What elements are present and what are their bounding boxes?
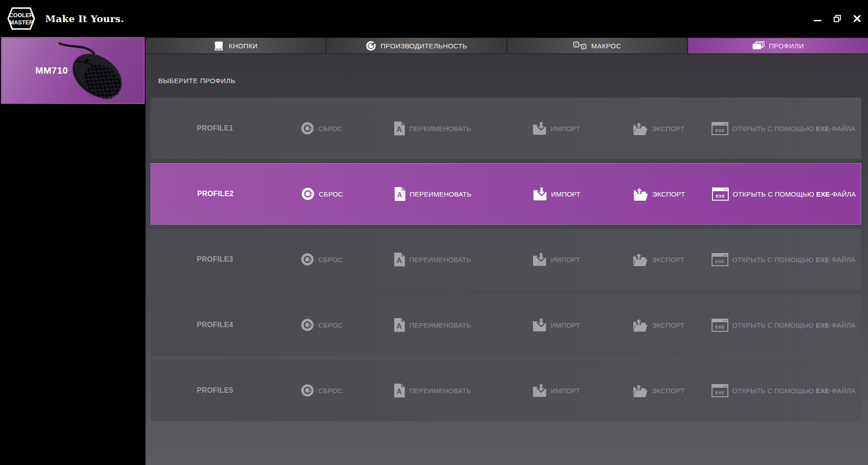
reset-icon [301, 187, 315, 201]
tab-label: ПРОИЗВОДИТЕЛЬНОСТЬ [381, 42, 467, 50]
profile-name: PROFILE1 [197, 124, 233, 132]
open-with-exe-label: ОТКРЫТЬ С ПОМОЩЬЮ EXE-ФАЙЛА [732, 321, 855, 329]
reset-icon [301, 318, 314, 332]
rename-icon: A [394, 122, 405, 136]
profile-name: PROFILE5 [197, 386, 233, 395]
tab-buttons[interactable]: КНОПКИ [146, 38, 326, 53]
sidebar: MM710 [0, 37, 146, 465]
import-icon [533, 122, 547, 135]
open-with-exe-label: ОТКРЫТЬ С ПОМОЩЬЮ EXE-ФАЙЛА [732, 256, 855, 263]
export-button[interactable]: ЭКСПОРТ [612, 294, 706, 356]
open-with-exe-button[interactable]: EXE ОТКРЫТЬ С ПОМОЩЬЮ EXE-ФАЙЛА [706, 164, 862, 224]
import-button[interactable]: ИМПОРТ [501, 229, 612, 290]
profiles-stack-icon [752, 41, 764, 50]
minimize-icon [814, 20, 821, 21]
profile-row[interactable]: PROFILE2 СБРОС [151, 163, 861, 225]
reset-icon [301, 384, 314, 397]
reset-button[interactable]: СБРОС [279, 360, 364, 421]
profile-name-cell: PROFILE4 [151, 294, 279, 356]
profile-row[interactable]: PROFILE3 СБРОС [151, 229, 861, 290]
main-area: КНОПКИ [146, 37, 868, 465]
rename-icon: A [394, 384, 405, 398]
export-icon [633, 253, 648, 267]
reset-button[interactable]: СБРОС [279, 294, 364, 356]
open-with-exe-label: ОТКРЫТЬ С ПОМОЩЬЮ EXE-ФАЙЛА [733, 190, 856, 198]
macro-keys-icon [573, 42, 587, 50]
mouse-buttons-icon [213, 41, 224, 51]
import-label: ИМПОРТ [551, 125, 580, 132]
tab-macro[interactable]: МАКРОС [507, 38, 688, 53]
reset-label: СБРОС [318, 321, 343, 329]
profile-row[interactable]: PROFILE1 СБРОС [151, 98, 861, 159]
import-label: ИМПОРТ [551, 256, 580, 263]
rename-button[interactable]: A ПЕРЕИМЕНОВАТЬ [364, 98, 501, 159]
svg-text:EXE: EXE [716, 193, 725, 198]
export-button[interactable]: ЭКСПОРТ [612, 164, 706, 224]
export-button[interactable]: ЭКСПОРТ [612, 98, 706, 159]
rename-button[interactable]: A ПЕРЕИМЕНОВАТЬ [364, 360, 501, 421]
import-label: ИМПОРТ [551, 387, 580, 395]
close-icon [854, 15, 861, 22]
profile-row[interactable]: PROFILE4 СБРОС [151, 294, 861, 356]
rename-label: ПЕРЕИМЕНОВАТЬ [409, 387, 471, 395]
logo-text-bottom: MASTER [9, 19, 33, 26]
open-with-exe-button[interactable]: EXE ОТКРЫТЬ С ПОМОЩЬЮ EXE-ФАЙЛА [706, 229, 861, 290]
device-card-mm710[interactable]: MM710 [1, 37, 145, 104]
open-with-exe-label: ОТКРЫТЬ С ПОМОЩЬЮ EXE-ФАЙЛА [732, 387, 855, 395]
profile-name-cell: PROFILE2 [151, 164, 280, 224]
export-label: ЭКСПОРТ [652, 256, 685, 263]
rename-label: ПЕРЕИМЕНОВАТЬ [409, 256, 471, 263]
svg-text:EXE: EXE [715, 258, 725, 263]
reset-button[interactable]: СБРОС [279, 229, 364, 290]
reset-icon [301, 253, 314, 266]
logo-text-top: COOLER [9, 12, 33, 19]
profile-name: PROFILE3 [197, 255, 233, 263]
svg-text:EXE: EXE [715, 127, 725, 132]
mouse-image [50, 40, 140, 104]
minimize-button[interactable] [813, 14, 822, 23]
close-button[interactable] [853, 14, 862, 23]
svg-text:EXE: EXE [715, 324, 725, 329]
export-button[interactable]: ЭКСПОРТ [612, 229, 706, 290]
import-button[interactable]: ИМПОРТ [501, 98, 612, 159]
reset-button[interactable]: СБРОС [280, 164, 364, 224]
import-icon [533, 318, 547, 332]
reset-label: СБРОС [318, 387, 343, 395]
restore-icon [834, 15, 841, 22]
import-button[interactable]: ИМПОРТ [501, 164, 612, 224]
import-icon [533, 384, 547, 397]
import-button[interactable]: ИМПОРТ [501, 360, 612, 421]
rename-icon: A [394, 318, 405, 332]
rename-button[interactable]: A ПЕРЕИМЕНОВАТЬ [364, 164, 501, 224]
rename-button[interactable]: A ПЕРЕИМЕНОВАТЬ [364, 294, 501, 356]
export-label: ЭКСПОРТ [652, 125, 685, 132]
tab-label: МАКРОС [591, 42, 621, 50]
open-with-exe-button[interactable]: EXE ОТКРЫТЬ С ПОМОЩЬЮ EXE-ФАЙЛА [706, 360, 861, 421]
tab-profiles[interactable]: ПРОФИЛИ [688, 38, 868, 53]
profile-name-cell: PROFILE5 [151, 360, 279, 421]
reset-icon [301, 122, 314, 135]
import-icon [533, 187, 547, 201]
reset-button[interactable]: СБРОС [279, 98, 364, 159]
tab-performance[interactable]: ПРОИЗВОДИТЕЛЬНОСТЬ [326, 38, 507, 53]
titlebar: COOLER MASTER Make It Yours. [0, 0, 868, 37]
reset-label: СБРОС [318, 256, 343, 263]
restore-button[interactable] [833, 14, 842, 23]
export-icon [633, 122, 648, 136]
open-with-exe-button[interactable]: EXE ОТКРЫТЬ С ПОМОЩЬЮ EXE-ФАЙЛА [706, 294, 861, 356]
open-with-exe-button[interactable]: EXE ОТКРЫТЬ С ПОМОЩЬЮ EXE-ФАЙЛА [706, 98, 861, 159]
import-button[interactable]: ИМПОРТ [501, 294, 612, 356]
profile-row[interactable]: PROFILE5 СБРОС [151, 360, 861, 421]
page-heading: ВЫБЕРИТЕ ПРОФИЛЬ [158, 77, 868, 85]
reset-label: СБРОС [319, 190, 343, 198]
profile-name: PROFILE4 [197, 321, 233, 329]
gauge-icon [366, 41, 376, 51]
cooler-master-logo-icon: COOLER MASTER [6, 5, 36, 32]
export-button[interactable]: ЭКСПОРТ [612, 360, 706, 421]
window-controls [813, 0, 862, 37]
rename-button[interactable]: A ПЕРЕИМЕНОВАТЬ [364, 229, 501, 290]
profile-name-cell: PROFILE1 [151, 98, 279, 159]
brand-tagline: Make It Yours. [45, 13, 124, 24]
import-icon [533, 253, 547, 266]
reset-label: СБРОС [318, 125, 343, 132]
